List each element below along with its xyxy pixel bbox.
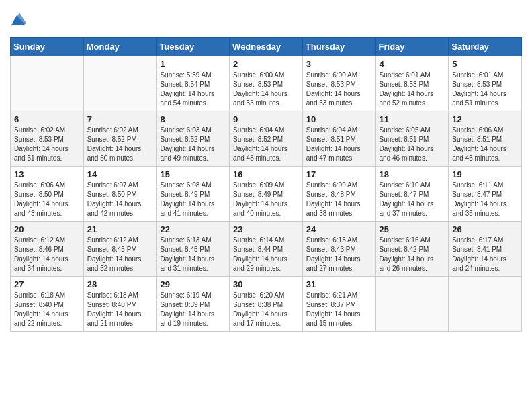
day-number: 28 — [87, 279, 153, 289]
weekday-header: Monday — [83, 38, 157, 56]
day-info: Sunrise: 6:18 AM Sunset: 8:40 PM Dayligh… — [14, 291, 80, 328]
day-info: Sunrise: 6:18 AM Sunset: 8:40 PM Dayligh… — [87, 291, 153, 328]
calendar-cell: 22Sunrise: 6:13 AM Sunset: 8:45 PM Dayli… — [157, 222, 230, 277]
day-info: Sunrise: 6:13 AM Sunset: 8:45 PM Dayligh… — [160, 236, 226, 273]
day-info: Sunrise: 6:05 AM Sunset: 8:51 PM Dayligh… — [380, 126, 445, 163]
day-info: Sunrise: 6:12 AM Sunset: 8:45 PM Dayligh… — [87, 236, 153, 273]
day-number: 23 — [233, 224, 299, 234]
calendar-cell: 27Sunrise: 6:18 AM Sunset: 8:40 PM Dayli… — [11, 277, 84, 332]
logo — [10, 10, 32, 29]
calendar-cell — [83, 56, 157, 111]
day-info: Sunrise: 6:09 AM Sunset: 8:49 PM Dayligh… — [233, 181, 299, 218]
calendar-cell: 23Sunrise: 6:14 AM Sunset: 8:44 PM Dayli… — [230, 222, 303, 277]
day-info: Sunrise: 6:04 AM Sunset: 8:52 PM Dayligh… — [233, 126, 299, 163]
calendar-header-row: SundayMondayTuesdayWednesdayThursdayFrid… — [11, 38, 522, 56]
day-number: 17 — [306, 169, 372, 179]
day-info: Sunrise: 6:00 AM Sunset: 8:53 PM Dayligh… — [306, 71, 372, 108]
day-number: 31 — [306, 279, 372, 289]
day-info: Sunrise: 6:02 AM Sunset: 8:53 PM Dayligh… — [14, 126, 80, 163]
day-info: Sunrise: 6:06 AM Sunset: 8:51 PM Dayligh… — [452, 126, 518, 163]
calendar-cell: 21Sunrise: 6:12 AM Sunset: 8:45 PM Dayli… — [83, 222, 157, 277]
day-number: 29 — [160, 279, 226, 289]
day-info: Sunrise: 6:09 AM Sunset: 8:48 PM Dayligh… — [306, 181, 372, 218]
calendar-week-row: 6Sunrise: 6:02 AM Sunset: 8:53 PM Daylig… — [11, 111, 522, 167]
day-info: Sunrise: 6:14 AM Sunset: 8:44 PM Dayligh… — [233, 236, 299, 273]
day-number: 25 — [380, 224, 445, 234]
day-info: Sunrise: 6:08 AM Sunset: 8:49 PM Dayligh… — [160, 181, 226, 218]
day-info: Sunrise: 6:03 AM Sunset: 8:52 PM Dayligh… — [160, 126, 226, 163]
weekday-header: Wednesday — [230, 38, 303, 56]
calendar-cell: 18Sunrise: 6:10 AM Sunset: 8:47 PM Dayli… — [375, 167, 449, 222]
calendar-cell: 4Sunrise: 6:01 AM Sunset: 8:53 PM Daylig… — [375, 56, 449, 111]
day-info: Sunrise: 6:00 AM Sunset: 8:53 PM Dayligh… — [233, 71, 299, 108]
calendar-cell: 25Sunrise: 6:16 AM Sunset: 8:42 PM Dayli… — [375, 222, 449, 277]
day-info: Sunrise: 6:10 AM Sunset: 8:47 PM Dayligh… — [380, 181, 445, 218]
day-info: Sunrise: 6:12 AM Sunset: 8:46 PM Dayligh… — [14, 236, 80, 273]
day-number: 15 — [160, 169, 226, 179]
calendar-cell: 26Sunrise: 6:17 AM Sunset: 8:41 PM Dayli… — [449, 222, 522, 277]
calendar-cell: 29Sunrise: 6:19 AM Sunset: 8:39 PM Dayli… — [157, 277, 230, 332]
calendar-cell: 7Sunrise: 6:02 AM Sunset: 8:52 PM Daylig… — [83, 111, 157, 167]
calendar-cell: 3Sunrise: 6:00 AM Sunset: 8:53 PM Daylig… — [302, 56, 375, 111]
logo-icon — [10, 10, 29, 29]
day-number: 10 — [306, 114, 372, 124]
day-number: 26 — [452, 224, 518, 234]
calendar-cell: 14Sunrise: 6:07 AM Sunset: 8:50 PM Dayli… — [83, 167, 157, 222]
calendar-cell: 5Sunrise: 6:01 AM Sunset: 8:53 PM Daylig… — [449, 56, 522, 111]
day-number: 2 — [233, 59, 299, 69]
day-number: 5 — [452, 59, 518, 69]
calendar-cell — [11, 56, 84, 111]
calendar-cell: 10Sunrise: 6:04 AM Sunset: 8:51 PM Dayli… — [302, 111, 375, 167]
day-info: Sunrise: 6:01 AM Sunset: 8:53 PM Dayligh… — [452, 71, 518, 108]
calendar-cell: 30Sunrise: 6:20 AM Sunset: 8:38 PM Dayli… — [230, 277, 303, 332]
calendar-cell: 2Sunrise: 6:00 AM Sunset: 8:53 PM Daylig… — [230, 56, 303, 111]
day-info: Sunrise: 6:20 AM Sunset: 8:38 PM Dayligh… — [233, 291, 299, 328]
day-info: Sunrise: 6:15 AM Sunset: 8:43 PM Dayligh… — [306, 236, 372, 273]
day-number: 7 — [87, 114, 153, 124]
calendar-week-row: 13Sunrise: 6:06 AM Sunset: 8:50 PM Dayli… — [11, 167, 522, 222]
day-number: 22 — [160, 224, 226, 234]
day-info: Sunrise: 5:59 AM Sunset: 8:54 PM Dayligh… — [160, 71, 226, 108]
day-number: 30 — [233, 279, 299, 289]
weekday-header: Tuesday — [157, 38, 230, 56]
day-info: Sunrise: 6:11 AM Sunset: 8:47 PM Dayligh… — [452, 181, 518, 218]
day-info: Sunrise: 6:17 AM Sunset: 8:41 PM Dayligh… — [452, 236, 518, 273]
calendar-cell — [375, 277, 449, 332]
calendar-week-row: 20Sunrise: 6:12 AM Sunset: 8:46 PM Dayli… — [11, 222, 522, 277]
day-info: Sunrise: 6:07 AM Sunset: 8:50 PM Dayligh… — [87, 181, 153, 218]
calendar-cell: 1Sunrise: 5:59 AM Sunset: 8:54 PM Daylig… — [157, 56, 230, 111]
day-info: Sunrise: 6:06 AM Sunset: 8:50 PM Dayligh… — [14, 181, 80, 218]
calendar-cell: 19Sunrise: 6:11 AM Sunset: 8:47 PM Dayli… — [449, 167, 522, 222]
weekday-header: Friday — [375, 38, 449, 56]
calendar-cell: 6Sunrise: 6:02 AM Sunset: 8:53 PM Daylig… — [11, 111, 84, 167]
day-number: 27 — [14, 279, 80, 289]
day-number: 24 — [306, 224, 372, 234]
day-number: 14 — [87, 169, 153, 179]
calendar-cell: 9Sunrise: 6:04 AM Sunset: 8:52 PM Daylig… — [230, 111, 303, 167]
day-number: 9 — [233, 114, 299, 124]
weekday-header: Thursday — [302, 38, 375, 56]
calendar-cell: 11Sunrise: 6:05 AM Sunset: 8:51 PM Dayli… — [375, 111, 449, 167]
calendar-week-row: 27Sunrise: 6:18 AM Sunset: 8:40 PM Dayli… — [11, 277, 522, 332]
weekday-header: Sunday — [11, 38, 84, 56]
day-number: 1 — [160, 59, 226, 69]
calendar-cell: 17Sunrise: 6:09 AM Sunset: 8:48 PM Dayli… — [302, 167, 375, 222]
calendar-cell: 20Sunrise: 6:12 AM Sunset: 8:46 PM Dayli… — [11, 222, 84, 277]
calendar-cell: 12Sunrise: 6:06 AM Sunset: 8:51 PM Dayli… — [449, 111, 522, 167]
day-number: 6 — [14, 114, 80, 124]
day-number: 20 — [14, 224, 80, 234]
day-number: 13 — [14, 169, 80, 179]
calendar-cell: 13Sunrise: 6:06 AM Sunset: 8:50 PM Dayli… — [11, 167, 84, 222]
calendar-week-row: 1Sunrise: 5:59 AM Sunset: 8:54 PM Daylig… — [11, 56, 522, 111]
day-info: Sunrise: 6:01 AM Sunset: 8:53 PM Dayligh… — [380, 71, 445, 108]
calendar-cell: 15Sunrise: 6:08 AM Sunset: 8:49 PM Dayli… — [157, 167, 230, 222]
calendar-cell: 24Sunrise: 6:15 AM Sunset: 8:43 PM Dayli… — [302, 222, 375, 277]
calendar-cell: 31Sunrise: 6:21 AM Sunset: 8:37 PM Dayli… — [302, 277, 375, 332]
calendar-cell: 28Sunrise: 6:18 AM Sunset: 8:40 PM Dayli… — [83, 277, 157, 332]
day-number: 4 — [380, 59, 445, 69]
calendar-table: SundayMondayTuesdayWednesdayThursdayFrid… — [10, 37, 522, 332]
day-number: 18 — [380, 169, 445, 179]
day-number: 8 — [160, 114, 226, 124]
day-number: 16 — [233, 169, 299, 179]
calendar-cell — [449, 277, 522, 332]
